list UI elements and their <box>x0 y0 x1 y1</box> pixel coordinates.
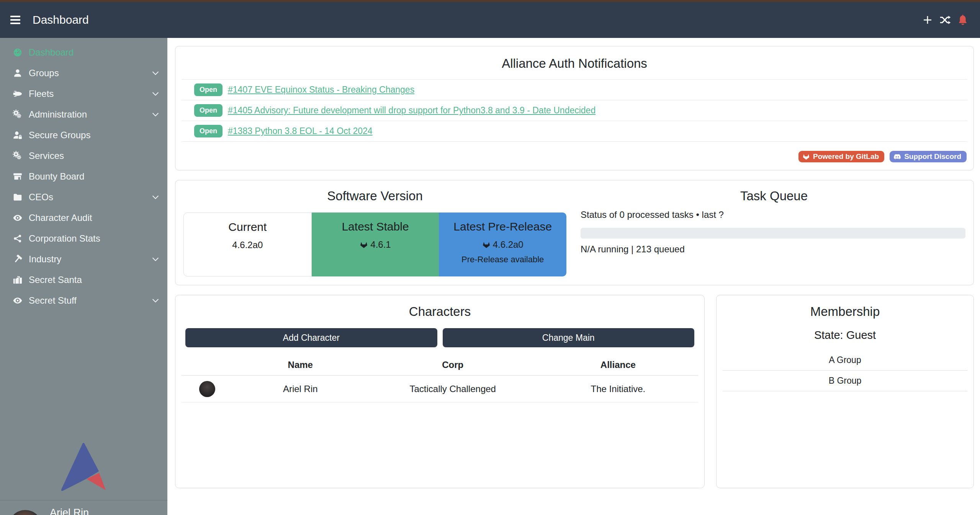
gitlab-icon <box>482 240 491 249</box>
menu-toggle-icon[interactable] <box>10 16 20 24</box>
sidebar-item-groups[interactable]: Groups <box>0 63 167 83</box>
membership-group-list: A Group B Group <box>723 350 967 391</box>
character-portrait <box>199 381 215 397</box>
hammer-icon <box>13 254 23 264</box>
eye-icon <box>13 296 23 306</box>
name-column-header: Name <box>233 360 368 370</box>
chevron-down-icon <box>151 90 160 98</box>
notification-row: Open #1383 Python 3.8 EOL - 14 Oct 2024 <box>182 121 967 142</box>
sidebar-item-character-audit[interactable]: Character Audit <box>0 208 167 228</box>
notification-link[interactable]: #1405 Advisory: Future development will … <box>228 105 596 116</box>
sidebar-item-bounty-board[interactable]: Bounty Board <box>0 166 167 187</box>
gitlab-icon <box>802 153 810 160</box>
gitlab-icon <box>360 240 368 249</box>
user-avatar <box>8 510 42 515</box>
sidebar-item-industry[interactable]: Industry <box>0 249 167 270</box>
chevron-down-icon <box>151 296 160 305</box>
shuffle-icon[interactable] <box>939 14 951 26</box>
sidebar-item-secret-stuff[interactable]: Secret Stuff <box>0 290 167 311</box>
version-task-panel: Software Version Current 4.6.2a0 Latest … <box>175 180 974 285</box>
alliance-logo <box>61 443 106 491</box>
characters-table: Name Corp Alliance Ariel Rin Tactically … <box>182 354 698 402</box>
membership-panel: Membership State: Guest A Group B Group <box>716 295 974 488</box>
sidebar-item-secure-groups[interactable]: Secure Groups <box>0 125 167 146</box>
character-name: Ariel Rin <box>233 384 368 394</box>
task-queue-title: Task Queue <box>574 189 973 203</box>
software-version-section: Software Version Current 4.6.2a0 Latest … <box>175 180 574 285</box>
status-badge: Open <box>194 83 223 96</box>
version-cell-latest-stable: Latest Stable 4.6.1 <box>312 213 439 276</box>
list-item: B Group <box>723 371 967 391</box>
user-icon <box>13 68 23 78</box>
sidebar-item-dashboard[interactable]: Dashboard <box>0 42 167 63</box>
list-item: A Group <box>723 350 967 371</box>
chevron-down-icon <box>151 110 160 119</box>
top-navbar: Dashboard <box>0 2 980 38</box>
status-badge: Open <box>194 104 223 117</box>
characters-title: Characters <box>175 304 704 319</box>
notification-row: Open #1405 Advisory: Future development … <box>182 100 967 121</box>
share-icon <box>13 234 23 244</box>
status-badge: Open <box>194 125 223 137</box>
user-lock-icon <box>13 130 23 140</box>
alliance-column-header: Alliance <box>538 360 698 370</box>
task-progress-bar <box>581 228 965 239</box>
table-row: Ariel Rin Tactically Challenged The Init… <box>182 376 698 402</box>
task-status-text: Status of 0 processed tasks • last ? <box>581 209 965 220</box>
notification-row: Open #1407 EVE Equinox Status - Breaking… <box>182 80 967 100</box>
version-cell-latest-prerelease: Latest Pre-Release 4.6.2a0 Pre-Release a… <box>439 213 566 276</box>
add-character-button[interactable]: Add Character <box>185 328 437 347</box>
sidebar-item-ceos[interactable]: CEOs <box>0 187 167 208</box>
sidebar-item-corporation-stats[interactable]: Corporation Stats <box>0 228 167 249</box>
software-version-title: Software Version <box>175 189 574 203</box>
task-queue-text: N/A running | 213 queued <box>581 244 965 255</box>
sidebar-item-secret-santa[interactable]: Secret Santa <box>0 270 167 290</box>
discord-icon <box>893 153 901 160</box>
characters-panel: Characters Add Character Change Main Nam… <box>175 295 705 488</box>
space-shuttle-icon <box>13 89 23 99</box>
sidebar-item-administration[interactable]: Administration <box>0 104 167 125</box>
eye-icon <box>13 213 23 223</box>
corp-column-header: Corp <box>368 360 538 370</box>
notifications-bell-icon[interactable] <box>957 14 969 26</box>
chevron-down-icon <box>151 69 160 77</box>
gauge-icon <box>13 47 23 57</box>
user-name: Ariel Rin <box>50 507 129 515</box>
cogs-icon <box>13 151 23 161</box>
chevron-down-icon <box>151 255 160 263</box>
sidebar-item-fleets[interactable]: Fleets <box>0 83 167 104</box>
gifts-icon <box>13 275 23 285</box>
add-icon[interactable] <box>922 14 933 26</box>
membership-title: Membership <box>717 304 973 319</box>
notification-link[interactable]: #1383 Python 3.8 EOL - 14 Oct 2024 <box>228 126 373 136</box>
notifications-title: Alliance Auth Notifications <box>175 56 973 71</box>
powered-by-gitlab-badge[interactable]: Powered by GitLab <box>798 151 884 162</box>
store-icon <box>13 172 23 181</box>
character-alliance: The Initiative. <box>538 384 698 394</box>
alliance-auth-notifications-panel: Alliance Auth Notifications Open #1407 E… <box>175 46 974 170</box>
change-main-button[interactable]: Change Main <box>443 328 695 347</box>
sidebar: Dashboard Groups Fleets Administration S… <box>0 38 167 515</box>
membership-state: State: Guest <box>717 329 973 342</box>
notification-link[interactable]: #1407 EVE Equinox Status - Breaking Chan… <box>228 85 414 95</box>
sidebar-user-panel: Ariel Rin Tactically Challenged The Init… <box>0 500 167 515</box>
cogs-icon <box>13 110 23 119</box>
page-title: Dashboard <box>33 13 89 26</box>
notifications-list: Open #1407 EVE Equinox Status - Breaking… <box>182 79 967 142</box>
sidebar-item-services[interactable]: Services <box>0 146 167 166</box>
folder-icon <box>13 192 23 202</box>
character-corp: Tactically Challenged <box>368 384 538 394</box>
version-cell-current: Current 4.6.2a0 <box>183 213 312 276</box>
task-queue-section: Task Queue Status of 0 processed tasks •… <box>574 180 973 285</box>
chevron-down-icon <box>151 193 160 201</box>
support-discord-badge[interactable]: Support Discord <box>890 151 967 162</box>
